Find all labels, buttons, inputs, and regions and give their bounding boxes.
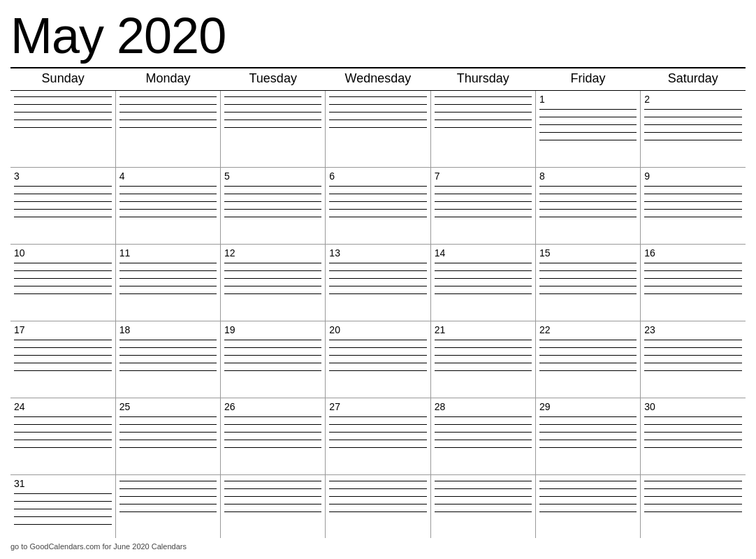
- calendar-day-cell[interactable]: 1: [535, 91, 640, 168]
- footer-text: go to GoodCalendars.com for June 2020 Ca…: [10, 542, 746, 551]
- writing-line: [14, 493, 112, 494]
- calendar-day-cell[interactable]: [115, 475, 220, 538]
- calendar-day-cell[interactable]: [430, 475, 535, 538]
- writing-line: [119, 104, 217, 105]
- day-writing-lines: [14, 96, 112, 128]
- writing-line: [224, 504, 321, 504]
- writing-line: [119, 416, 217, 417]
- calendar-day-cell[interactable]: 5: [221, 168, 326, 245]
- writing-line: [435, 201, 532, 202]
- writing-line: [224, 511, 321, 512]
- writing-line: [14, 370, 112, 371]
- calendar-day-cell[interactable]: 26: [221, 398, 326, 475]
- writing-line: [539, 201, 637, 202]
- calendar-day-cell[interactable]: 20: [326, 321, 430, 398]
- calendar-day-cell[interactable]: 31: [10, 475, 115, 538]
- calendar-day-cell[interactable]: 24: [10, 398, 115, 475]
- day-number: 26: [224, 401, 321, 412]
- calendar-day-cell[interactable]: 16: [641, 245, 746, 321]
- calendar-day-cell[interactable]: 11: [115, 245, 220, 321]
- day-number: 5: [224, 170, 321, 182]
- calendar-day-cell[interactable]: 25: [115, 398, 220, 475]
- calendar-day-cell[interactable]: 9: [641, 168, 746, 245]
- writing-line: [435, 370, 532, 371]
- writing-line: [224, 278, 321, 279]
- calendar-title: May 2020: [10, 7, 746, 64]
- day-number: 21: [435, 324, 532, 335]
- calendar-day-cell[interactable]: 6: [326, 168, 430, 245]
- day-number: 27: [329, 401, 426, 412]
- day-writing-lines: [644, 416, 742, 448]
- calendar-day-cell[interactable]: 17: [10, 321, 115, 398]
- day-writing-lines: [644, 340, 742, 371]
- writing-line: [539, 194, 637, 194]
- calendar-day-cell[interactable]: [221, 475, 326, 538]
- writing-line: [644, 217, 742, 217]
- writing-line: [224, 201, 321, 202]
- day-writing-lines: [224, 416, 321, 448]
- calendar-day-cell[interactable]: 18: [115, 321, 220, 398]
- writing-line: [14, 286, 112, 286]
- day-number: 19: [224, 324, 321, 335]
- writing-line: [539, 440, 637, 440]
- day-number: 9: [644, 170, 742, 182]
- calendar-day-cell[interactable]: 28: [430, 398, 535, 475]
- calendar-day-cell[interactable]: 15: [535, 245, 640, 321]
- day-number: 4: [119, 170, 217, 182]
- day-writing-lines: [224, 186, 321, 217]
- writing-line: [329, 416, 426, 417]
- calendar-day-cell[interactable]: [115, 91, 220, 168]
- header-wednesday: Wednesday: [326, 68, 430, 91]
- writing-line: [14, 270, 112, 271]
- day-number: 20: [329, 324, 426, 335]
- calendar-day-cell[interactable]: 30: [641, 398, 746, 475]
- calendar-day-cell[interactable]: 4: [115, 168, 220, 245]
- calendar-day-cell[interactable]: [221, 91, 326, 168]
- writing-line: [435, 286, 532, 286]
- calendar-day-cell[interactable]: [326, 91, 430, 168]
- calendar-day-cell[interactable]: 29: [535, 398, 640, 475]
- day-number: 31: [14, 478, 112, 489]
- calendar-day-cell[interactable]: 22: [535, 321, 640, 398]
- writing-line: [14, 104, 112, 105]
- day-writing-lines: [435, 96, 532, 128]
- writing-line: [539, 278, 637, 279]
- calendar-day-cell[interactable]: 7: [430, 168, 535, 245]
- writing-line: [435, 347, 532, 348]
- writing-line: [539, 432, 637, 433]
- writing-line: [14, 347, 112, 348]
- calendar-day-cell[interactable]: 21: [430, 321, 535, 398]
- calendar-day-cell[interactable]: [535, 475, 640, 538]
- calendar-day-cell[interactable]: 27: [326, 398, 430, 475]
- writing-line: [435, 217, 532, 217]
- calendar-day-cell[interactable]: 19: [221, 321, 326, 398]
- writing-line: [435, 278, 532, 279]
- calendar-day-cell[interactable]: 12: [221, 245, 326, 321]
- calendar-day-cell[interactable]: 23: [641, 321, 746, 398]
- writing-line: [644, 117, 742, 117]
- writing-line: [539, 117, 637, 117]
- writing-line: [435, 209, 532, 210]
- calendar-week-row: 12: [10, 91, 746, 168]
- calendar-day-cell[interactable]: 2: [641, 91, 746, 168]
- writing-line: [644, 416, 742, 417]
- writing-line: [435, 186, 532, 187]
- calendar-day-cell[interactable]: 3: [10, 168, 115, 245]
- calendar-day-cell[interactable]: [10, 91, 115, 168]
- writing-line: [435, 363, 532, 363]
- writing-line: [435, 270, 532, 271]
- calendar-day-cell[interactable]: 8: [535, 168, 640, 245]
- writing-line: [329, 511, 426, 512]
- calendar-day-cell[interactable]: [326, 475, 430, 538]
- calendar-day-cell[interactable]: 14: [430, 245, 535, 321]
- calendar-day-cell[interactable]: [430, 91, 535, 168]
- writing-line: [644, 432, 742, 433]
- writing-line: [224, 286, 321, 286]
- writing-line: [224, 112, 321, 112]
- calendar-day-cell[interactable]: [641, 475, 746, 538]
- calendar-week-row: 31: [10, 475, 746, 538]
- writing-line: [539, 132, 637, 133]
- calendar-day-cell[interactable]: 13: [326, 245, 430, 321]
- calendar-day-cell[interactable]: 10: [10, 245, 115, 321]
- writing-line: [644, 132, 742, 133]
